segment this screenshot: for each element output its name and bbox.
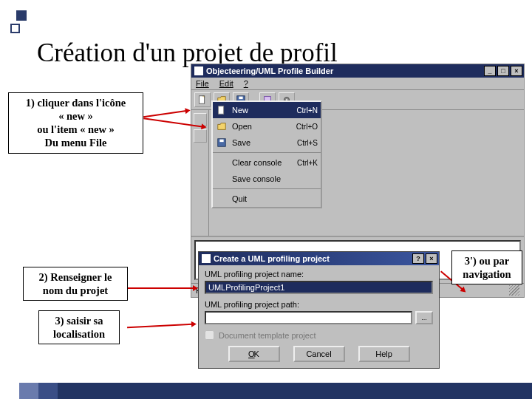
save-icon [216,137,228,149]
template-checkbox[interactable] [205,330,214,340]
menuitem-clear-shortcut: Ctrl+K [297,159,318,167]
callout-step1: 1) cliquer dans l'icône « new » ou l'ite… [8,92,143,154]
project-name-input[interactable] [205,281,433,294]
svg-rect-2 [239,97,242,100]
menuitem-savecon-label: Save console [232,174,318,183]
browse-button[interactable]: ... [415,311,433,324]
callout-step3b: 3') ou par navigation [451,250,522,284]
maximize-button[interactable]: □ [497,66,509,76]
project-path-label: UML profiling project path: [205,300,433,309]
app-title: Objecteering/UML Profile Builder [206,66,333,75]
toolbar-new-button[interactable] [194,92,211,107]
menuitem-open-shortcut: Ctrl+O [296,123,318,131]
close-button[interactable]: × [511,66,522,76]
menuitem-quit[interactable]: Quit [213,191,321,207]
svg-rect-6 [219,106,224,115]
project-name-label: UML profiling project name: [205,270,433,279]
blank-icon [216,157,228,168]
new-file-icon [216,104,228,116]
minimize-button[interactable]: _ [484,66,496,76]
callout-step3: 3) saisir sa localisation [38,310,120,344]
create-project-dialog: Create a UML profiling project ? × UML p… [198,251,440,369]
svg-rect-8 [219,140,223,143]
help-button[interactable]: Help [358,346,410,362]
app-icon [194,66,203,75]
menuitem-new-label: New [232,106,292,115]
ok-button[interactable]: OK [228,346,280,362]
arrow-to-path-field [127,324,194,329]
dialog-titlebar: Create a UML profiling project ? × [199,252,439,265]
dialog-help-button[interactable]: ? [412,253,424,264]
menuitem-clear-label: Clear console [232,158,293,167]
menuitem-new-shortcut: Ctrl+N [296,106,318,115]
cancel-button[interactable]: Cancel [293,346,345,362]
resize-grip[interactable] [509,285,519,296]
dialog-icon [202,254,211,263]
project-path-input[interactable] [205,311,412,324]
open-folder-icon [216,120,228,132]
menu-edit[interactable]: Edit [219,79,233,88]
blank-icon [216,173,228,185]
menuitem-new[interactable]: New Ctrl+N [213,102,321,118]
menu-help[interactable]: ? [244,79,248,88]
menuitem-quit-label: Quit [232,194,318,203]
arrow-to-new-icon [143,110,188,117]
vtool-button-2[interactable] [194,129,207,143]
file-menu-dropdown: New Ctrl+N Open Ctrl+O Save Ctrl+S Clear… [211,100,322,208]
template-checkbox-label: Document template project [219,331,316,340]
vertical-toolbar [191,110,209,236]
app-titlebar: Objecteering/UML Profile Builder _ □ × [191,64,524,78]
menuitem-open[interactable]: Open Ctrl+O [213,118,321,134]
new-file-icon [197,95,208,105]
dialog-title: Create a UML profiling project [214,254,330,263]
dialog-close-button[interactable]: × [426,253,437,264]
menuitem-save-label: Save [232,138,293,147]
slide-footer-bar [0,383,532,399]
blank-icon [216,193,228,205]
menubar: File Edit ? [191,78,524,90]
menu-file[interactable]: File [196,79,209,88]
menuitem-save[interactable]: Save Ctrl+S [213,134,321,151]
slide-bullet-icon [16,10,27,21]
menuitem-save-console[interactable]: Save console [213,171,321,187]
menuitem-clear-console[interactable]: Clear console Ctrl+K [213,154,321,171]
arrow-to-name-field [127,287,195,289]
callout-step2: 2) Renseigner le nom du projet [23,267,128,301]
menuitem-save-shortcut: Ctrl+S [297,139,318,147]
menuitem-open-label: Open [232,122,292,131]
